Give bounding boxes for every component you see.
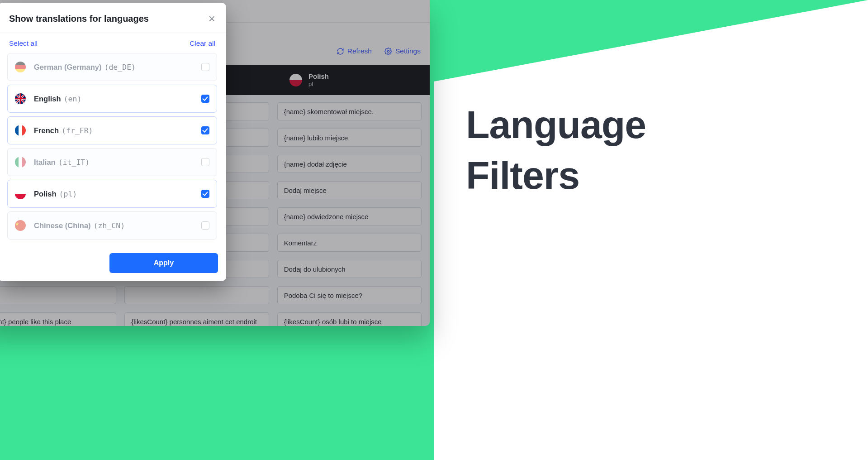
colh-code: pl <box>308 81 329 88</box>
translation-cell-pl[interactable]: {name} skomentował miejsce. <box>277 102 422 120</box>
language-list: German (Germany) (de_DE)English (en)Fren… <box>0 53 226 240</box>
language-option-it_IT[interactable]: Italian (it_IT) <box>7 148 217 176</box>
language-label: Polish (pl) <box>34 190 77 198</box>
svg-rect-18 <box>15 194 26 199</box>
svg-rect-14 <box>15 157 19 168</box>
translation-cell-en[interactable]: like th <box>0 286 116 304</box>
language-label: German (Germany) (de_DE) <box>34 63 136 72</box>
svg-rect-17 <box>15 188 26 194</box>
refresh-icon <box>337 48 344 55</box>
checkbox-icon[interactable] <box>201 63 209 71</box>
refresh-button[interactable]: Refresh <box>337 47 372 55</box>
language-label: Italian (it_IT) <box>34 158 90 167</box>
checkbox-checked-icon[interactable] <box>201 126 209 134</box>
colh-lang: Polish <box>308 72 329 81</box>
table-row: esCount} people like this place{likesCou… <box>0 312 422 326</box>
translation-cell-pl[interactable]: Podoba Ci się to miejsce? <box>277 286 422 304</box>
language-option-zh_CN[interactable]: Chinese (China) (zh_CN) <box>7 211 217 240</box>
translation-cell-pl[interactable]: Dodaj miejsce <box>277 181 422 199</box>
translation-cell-pl[interactable]: {name} odwiedzone miejsce <box>277 207 422 225</box>
svg-rect-5 <box>15 69 26 72</box>
flag-polish-icon <box>289 74 302 86</box>
language-option-en[interactable]: English (en) <box>7 85 217 113</box>
svg-rect-19 <box>15 220 26 231</box>
flag-uk-icon <box>15 93 26 104</box>
table-row: like thPodoba Ci się to miejsce? <box>0 286 422 304</box>
checkbox-checked-icon[interactable] <box>201 190 209 198</box>
clear-all-link[interactable]: Clear all <box>190 39 215 48</box>
svg-rect-16 <box>22 157 26 168</box>
svg-rect-15 <box>19 157 22 168</box>
svg-rect-2 <box>289 80 302 86</box>
gear-icon <box>384 48 392 55</box>
translation-cell-fr[interactable] <box>124 286 269 304</box>
translation-cell-pl[interactable]: {likesCount} osób lubi to miejsce <box>277 312 422 326</box>
settings-button[interactable]: Settings <box>384 47 421 55</box>
flag-fr-icon <box>15 125 26 136</box>
language-label: French (fr_FR) <box>34 126 93 135</box>
checkbox-checked-icon[interactable] <box>201 95 209 103</box>
promo-title-line1: Language <box>466 100 646 150</box>
svg-rect-13 <box>22 125 26 136</box>
translation-cell-pl[interactable]: {name} dodał zdjęcie <box>277 155 422 173</box>
language-filter-modal: Show translations for languages × Select… <box>0 3 226 281</box>
language-label: Chinese (China) (zh_CN) <box>34 221 125 230</box>
language-option-de_DE[interactable]: German (Germany) (de_DE) <box>7 53 217 81</box>
checkbox-icon[interactable] <box>201 221 209 230</box>
svg-rect-4 <box>15 65 26 69</box>
promo-panel <box>434 0 868 460</box>
apply-button[interactable]: Apply <box>109 253 218 273</box>
flag-cn-icon <box>15 220 26 231</box>
translation-cell-fr[interactable]: {likesCount} personnes aiment cet endroi… <box>124 312 269 326</box>
translation-cell-pl[interactable]: {name} lubiło miejsce <box>277 129 422 147</box>
close-icon[interactable]: × <box>209 13 215 24</box>
settings-label: Settings <box>395 47 421 55</box>
checkbox-icon[interactable] <box>201 158 209 166</box>
flag-de-icon <box>15 62 26 72</box>
flag-it-icon <box>15 157 26 168</box>
svg-rect-1 <box>289 74 302 80</box>
svg-rect-12 <box>19 125 22 136</box>
header-actions: Refresh Settings <box>337 47 421 55</box>
translation-cell-en[interactable]: esCount} people like this place <box>0 312 116 326</box>
language-option-pl[interactable]: Polish (pl) <box>7 180 217 208</box>
app-screenshot: ns Z Refresh Settings Englishen Polishpl… <box>0 0 430 326</box>
language-option-fr_FR[interactable]: French (fr_FR) <box>7 116 217 144</box>
select-all-link[interactable]: Select all <box>9 39 38 48</box>
svg-rect-3 <box>15 62 26 65</box>
svg-rect-10 <box>15 98 26 99</box>
translation-cell-pl[interactable]: Komentarz <box>277 234 422 252</box>
svg-point-0 <box>387 50 389 52</box>
translation-cell-pl[interactable]: Dodaj do ulubionych <box>277 260 422 278</box>
promo-title: Language Filters <box>466 100 646 201</box>
refresh-label: Refresh <box>347 47 372 55</box>
promo-title-line2: Filters <box>466 150 646 201</box>
svg-rect-11 <box>15 125 19 136</box>
language-label: English (en) <box>34 95 81 103</box>
flag-pl-icon <box>15 188 26 199</box>
modal-title: Show translations for languages <box>9 14 149 24</box>
column-header-polish[interactable]: Polishpl <box>280 65 430 95</box>
